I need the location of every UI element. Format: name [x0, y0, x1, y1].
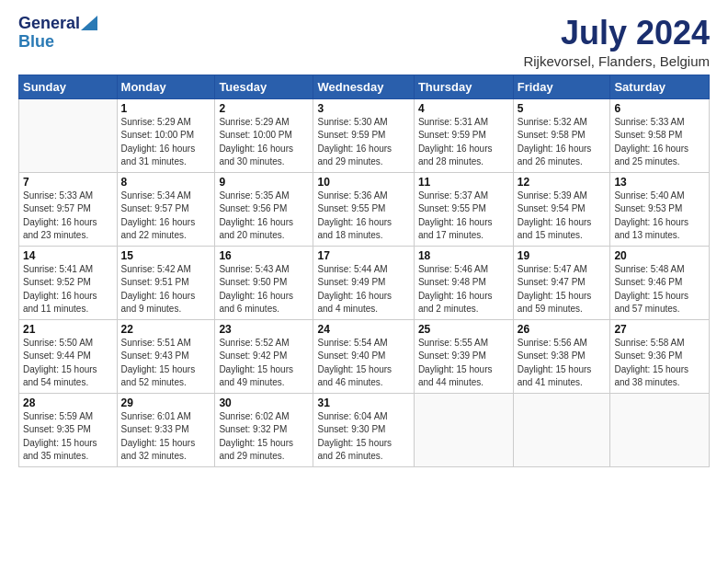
- day-number: 8: [121, 176, 211, 189]
- page: General Blue July 2024 Rijkevorsel, Flan…: [0, 0, 728, 563]
- day-info: Sunrise: 5:31 AM Sunset: 9:59 PM Dayligh…: [418, 116, 509, 169]
- calendar-cell: [19, 98, 118, 172]
- day-number: 24: [317, 323, 409, 336]
- calendar: Sunday Monday Tuesday Wednesday Thursday…: [18, 75, 710, 467]
- day-number: 20: [614, 249, 705, 262]
- day-info: Sunrise: 5:56 AM Sunset: 9:38 PM Dayligh…: [518, 337, 607, 390]
- day-number: 5: [518, 102, 607, 115]
- calendar-cell: 17Sunrise: 5:44 AM Sunset: 9:49 PM Dayli…: [313, 246, 414, 319]
- calendar-cell: 31Sunrise: 6:04 AM Sunset: 9:30 PM Dayli…: [313, 393, 414, 466]
- col-tuesday: Tuesday: [215, 75, 313, 98]
- day-number: 30: [219, 396, 309, 409]
- day-number: 21: [23, 323, 113, 336]
- month-year: July 2024: [523, 15, 710, 52]
- day-info: Sunrise: 5:52 AM Sunset: 9:42 PM Dayligh…: [219, 337, 309, 390]
- day-info: Sunrise: 5:29 AM Sunset: 10:00 PM Daylig…: [121, 116, 211, 169]
- day-info: Sunrise: 5:51 AM Sunset: 9:43 PM Dayligh…: [121, 337, 211, 390]
- day-info: Sunrise: 5:50 AM Sunset: 9:44 PM Dayligh…: [23, 337, 113, 390]
- calendar-cell: 16Sunrise: 5:43 AM Sunset: 9:50 PM Dayli…: [215, 246, 313, 319]
- calendar-cell: 23Sunrise: 5:52 AM Sunset: 9:42 PM Dayli…: [215, 319, 313, 393]
- calendar-cell: 30Sunrise: 6:02 AM Sunset: 9:32 PM Dayli…: [215, 393, 313, 466]
- calendar-cell: 28Sunrise: 5:59 AM Sunset: 9:35 PM Dayli…: [19, 393, 118, 466]
- calendar-cell: 18Sunrise: 5:46 AM Sunset: 9:48 PM Dayli…: [414, 246, 513, 319]
- calendar-week-4: 28Sunrise: 5:59 AM Sunset: 9:35 PM Dayli…: [19, 393, 710, 466]
- calendar-cell: 9Sunrise: 5:35 AM Sunset: 9:56 PM Daylig…: [215, 172, 313, 246]
- day-number: 3: [317, 102, 409, 115]
- header: General Blue July 2024 Rijkevorsel, Flan…: [18, 15, 710, 69]
- day-info: Sunrise: 5:40 AM Sunset: 9:53 PM Dayligh…: [614, 190, 705, 243]
- calendar-cell: 8Sunrise: 5:34 AM Sunset: 9:57 PM Daylig…: [117, 172, 215, 246]
- calendar-cell: 15Sunrise: 5:42 AM Sunset: 9:51 PM Dayli…: [117, 246, 215, 319]
- day-info: Sunrise: 5:36 AM Sunset: 9:55 PM Dayligh…: [317, 190, 409, 243]
- day-info: Sunrise: 5:58 AM Sunset: 9:36 PM Dayligh…: [614, 337, 705, 390]
- day-number: 1: [121, 102, 211, 115]
- day-number: 14: [23, 249, 113, 262]
- calendar-cell: 12Sunrise: 5:39 AM Sunset: 9:54 PM Dayli…: [513, 172, 610, 246]
- calendar-cell: 24Sunrise: 5:54 AM Sunset: 9:40 PM Dayli…: [313, 319, 414, 393]
- header-row: Sunday Monday Tuesday Wednesday Thursday…: [19, 75, 710, 98]
- day-info: Sunrise: 5:32 AM Sunset: 9:58 PM Dayligh…: [518, 116, 607, 169]
- day-info: Sunrise: 5:30 AM Sunset: 9:59 PM Dayligh…: [317, 116, 409, 169]
- day-number: 6: [614, 102, 705, 115]
- day-number: 27: [614, 323, 705, 336]
- day-number: 25: [418, 323, 509, 336]
- calendar-cell: 20Sunrise: 5:48 AM Sunset: 9:46 PM Dayli…: [610, 246, 710, 319]
- calendar-cell: 7Sunrise: 5:33 AM Sunset: 9:57 PM Daylig…: [19, 172, 118, 246]
- calendar-cell: 10Sunrise: 5:36 AM Sunset: 9:55 PM Dayli…: [313, 172, 414, 246]
- calendar-cell: 13Sunrise: 5:40 AM Sunset: 9:53 PM Dayli…: [610, 172, 710, 246]
- day-number: 31: [317, 396, 409, 409]
- col-saturday: Saturday: [610, 75, 710, 98]
- logo-blue: Blue: [18, 33, 54, 52]
- day-number: 10: [317, 176, 409, 189]
- calendar-cell: [610, 393, 710, 466]
- day-info: Sunrise: 5:59 AM Sunset: 9:35 PM Dayligh…: [23, 410, 113, 464]
- day-info: Sunrise: 5:37 AM Sunset: 9:55 PM Dayligh…: [418, 190, 509, 243]
- col-sunday: Sunday: [19, 75, 118, 98]
- svg-marker-0: [81, 16, 97, 30]
- day-info: Sunrise: 5:34 AM Sunset: 9:57 PM Dayligh…: [121, 190, 211, 243]
- day-info: Sunrise: 5:41 AM Sunset: 9:52 PM Dayligh…: [23, 263, 113, 316]
- col-monday: Monday: [117, 75, 215, 98]
- day-info: Sunrise: 5:35 AM Sunset: 9:56 PM Dayligh…: [219, 190, 309, 243]
- col-thursday: Thursday: [414, 75, 513, 98]
- day-info: Sunrise: 5:48 AM Sunset: 9:46 PM Dayligh…: [614, 263, 705, 316]
- calendar-cell: 19Sunrise: 5:47 AM Sunset: 9:47 PM Dayli…: [513, 246, 610, 319]
- calendar-cell: 6Sunrise: 5:33 AM Sunset: 9:58 PM Daylig…: [610, 98, 710, 172]
- day-info: Sunrise: 6:01 AM Sunset: 9:33 PM Dayligh…: [121, 410, 211, 464]
- day-number: 4: [418, 102, 509, 115]
- calendar-cell: 25Sunrise: 5:55 AM Sunset: 9:39 PM Dayli…: [414, 319, 513, 393]
- calendar-cell: 1Sunrise: 5:29 AM Sunset: 10:00 PM Dayli…: [117, 98, 215, 172]
- day-number: 28: [23, 396, 113, 409]
- day-number: 23: [219, 323, 309, 336]
- logo: General Blue: [18, 15, 97, 52]
- day-info: Sunrise: 5:33 AM Sunset: 9:57 PM Dayligh…: [23, 190, 113, 243]
- day-number: 29: [121, 396, 211, 409]
- day-number: 7: [23, 176, 113, 189]
- day-info: Sunrise: 5:39 AM Sunset: 9:54 PM Dayligh…: [518, 190, 607, 243]
- calendar-cell: 27Sunrise: 5:58 AM Sunset: 9:36 PM Dayli…: [610, 319, 710, 393]
- calendar-cell: 3Sunrise: 5:30 AM Sunset: 9:59 PM Daylig…: [313, 98, 414, 172]
- day-info: Sunrise: 5:29 AM Sunset: 10:00 PM Daylig…: [219, 116, 309, 169]
- day-number: 26: [518, 323, 607, 336]
- day-number: 2: [219, 102, 309, 115]
- calendar-cell: [513, 393, 610, 466]
- location: Rijkevorsel, Flanders, Belgium: [523, 53, 710, 69]
- day-number: 17: [317, 249, 409, 262]
- calendar-week-0: 1Sunrise: 5:29 AM Sunset: 10:00 PM Dayli…: [19, 98, 710, 172]
- col-wednesday: Wednesday: [313, 75, 414, 98]
- calendar-week-1: 7Sunrise: 5:33 AM Sunset: 9:57 PM Daylig…: [19, 172, 710, 246]
- day-info: Sunrise: 5:47 AM Sunset: 9:47 PM Dayligh…: [518, 263, 607, 316]
- day-info: Sunrise: 5:43 AM Sunset: 9:50 PM Dayligh…: [219, 263, 309, 316]
- day-info: Sunrise: 6:02 AM Sunset: 9:32 PM Dayligh…: [219, 410, 309, 464]
- day-number: 19: [518, 249, 607, 262]
- day-number: 11: [418, 176, 509, 189]
- logo-triangle-icon: [81, 16, 97, 30]
- calendar-cell: 22Sunrise: 5:51 AM Sunset: 9:43 PM Dayli…: [117, 319, 215, 393]
- day-info: Sunrise: 5:54 AM Sunset: 9:40 PM Dayligh…: [317, 337, 409, 390]
- day-number: 22: [121, 323, 211, 336]
- calendar-cell: 2Sunrise: 5:29 AM Sunset: 10:00 PM Dayli…: [215, 98, 313, 172]
- day-info: Sunrise: 5:33 AM Sunset: 9:58 PM Dayligh…: [614, 116, 705, 169]
- day-info: Sunrise: 5:42 AM Sunset: 9:51 PM Dayligh…: [121, 263, 211, 316]
- calendar-cell: 21Sunrise: 5:50 AM Sunset: 9:44 PM Dayli…: [19, 319, 118, 393]
- day-info: Sunrise: 5:55 AM Sunset: 9:39 PM Dayligh…: [418, 337, 509, 390]
